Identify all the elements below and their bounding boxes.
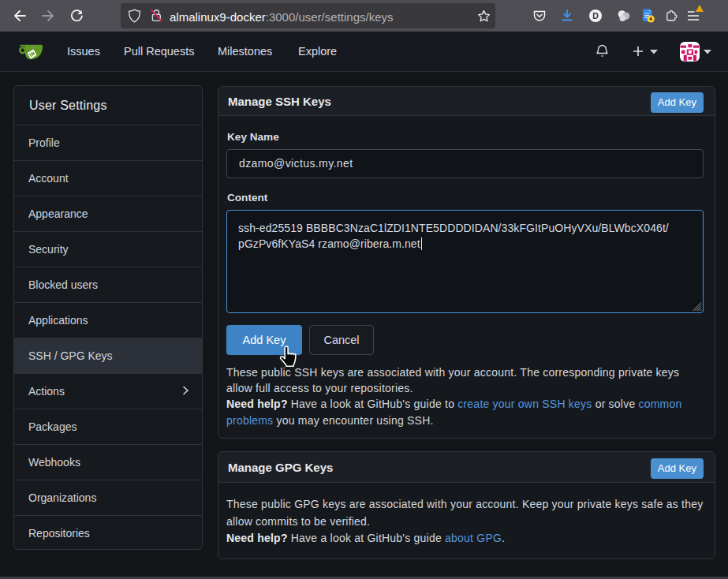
svg-text:D: D [592, 11, 599, 21]
